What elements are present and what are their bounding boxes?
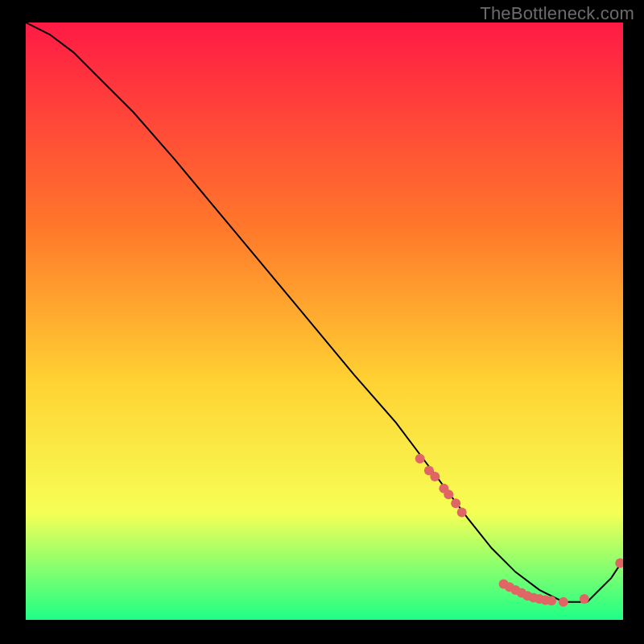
data-point	[415, 454, 425, 464]
data-point	[444, 489, 453, 499]
data-point	[430, 472, 440, 481]
chart-frame: TheBottleneck.com	[0, 0, 644, 644]
data-point	[451, 498, 460, 508]
watermark-text: TheBottleneck.com	[480, 3, 634, 24]
data-point	[547, 596, 556, 605]
data-point	[580, 594, 589, 604]
data-point	[457, 507, 467, 517]
gradient-background	[26, 23, 623, 620]
plot-svg	[26, 23, 623, 620]
data-point	[559, 597, 568, 607]
plot-area	[26, 23, 623, 620]
